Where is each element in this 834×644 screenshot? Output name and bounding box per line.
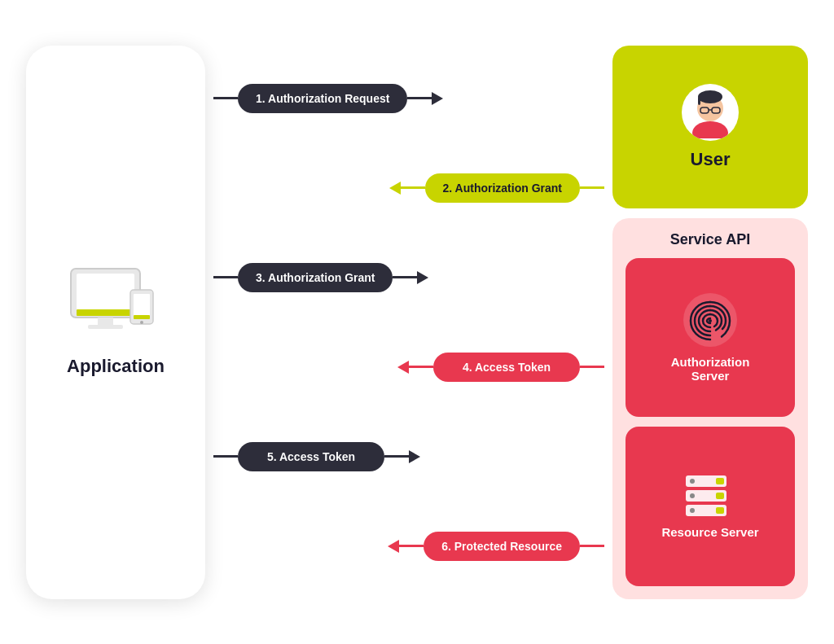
arrowhead-6: [388, 540, 399, 553]
service-api-panel: Service API: [612, 218, 808, 599]
svg-rect-20: [716, 478, 724, 484]
line-2b: [401, 186, 425, 189]
line-3: [213, 276, 238, 278]
line-5: [213, 455, 238, 458]
right-panels: User Service API: [612, 46, 808, 599]
line-2: [580, 186, 604, 189]
arrow-wrapper-6: 6. Protected Resource: [213, 532, 604, 561]
arrow-row-2: 2. Authorization Grant: [213, 156, 604, 221]
svg-rect-23: [716, 493, 724, 499]
arrow-row-1: 1. Authorization Request: [213, 66, 604, 131]
monitor-icon: [67, 267, 165, 340]
arrow-row-5: 5. Access Token: [213, 424, 604, 489]
svg-point-8: [140, 321, 143, 324]
svg-point-19: [690, 479, 695, 484]
service-api-title: Service API: [626, 231, 795, 248]
auth-server-card: Authorization Server: [626, 258, 795, 418]
svg-point-25: [690, 508, 695, 513]
arrow-pill-5: 5. Access Token: [238, 442, 384, 471]
svg-point-11: [698, 90, 722, 103]
svg-rect-7: [134, 315, 150, 319]
svg-point-17: [709, 319, 712, 322]
line-5b: [384, 455, 409, 458]
application-panel: Application: [26, 46, 205, 599]
arrow-pill-2: 2. Authorization Grant: [425, 173, 580, 203]
line-6b: [399, 545, 424, 547]
arrowhead-1: [432, 92, 443, 105]
server-icon: [682, 474, 739, 519]
arrow-pill-6: 6. Protected Resource: [424, 532, 580, 561]
line-1b: [407, 97, 432, 99]
arrowhead-3: [417, 271, 428, 284]
svg-point-9: [692, 121, 728, 138]
svg-rect-6: [134, 294, 150, 317]
arrow-wrapper-1: 1. Authorization Request: [213, 84, 604, 113]
arrowhead-2: [389, 182, 401, 195]
user-label: User: [691, 149, 731, 170]
auth-server-label: Authorization Server: [671, 355, 750, 383]
arrow-pill-3: 3. Authorization Grant: [238, 263, 393, 292]
svg-rect-3: [88, 325, 123, 329]
arrows-area: 1. Authorization Request 2. Authorizatio…: [205, 46, 612, 599]
user-panel: User: [612, 46, 808, 208]
line-4b: [409, 366, 433, 368]
svg-point-22: [690, 493, 695, 498]
svg-rect-2: [98, 318, 113, 326]
arrow-wrapper-2: 2. Authorization Grant: [213, 173, 604, 203]
arrow-row-3: 3. Authorization Grant: [213, 245, 604, 310]
line-4: [580, 366, 604, 368]
svg-rect-4: [77, 309, 134, 316]
svg-rect-26: [716, 507, 724, 514]
fingerprint-icon: [682, 291, 739, 348]
application-label: Application: [67, 356, 165, 377]
svg-rect-12: [698, 97, 700, 105]
line-6: [580, 545, 604, 547]
arrowhead-4: [397, 361, 409, 374]
arrowhead-5: [409, 450, 420, 463]
diagram-container: Application 1. Authorization Request 2. …: [18, 13, 816, 632]
arrow-row-6: 6. Protected Resource: [213, 514, 604, 579]
arrow-wrapper-5: 5. Access Token: [213, 442, 604, 471]
arrow-wrapper-3: 3. Authorization Grant: [213, 263, 604, 292]
line-3b: [393, 276, 417, 278]
arrow-row-4: 4. Access Token: [213, 335, 604, 400]
arrow-pill-1: 1. Authorization Request: [238, 84, 407, 113]
resource-server-card: Resource Server: [626, 427, 795, 586]
svg-rect-1: [77, 274, 134, 311]
arrow-pill-4: 4. Access Token: [433, 353, 580, 382]
line-1: [213, 97, 238, 99]
arrow-wrapper-4: 4. Access Token: [213, 353, 604, 382]
user-avatar: [682, 84, 739, 141]
resource-server-label: Resource Server: [661, 525, 758, 539]
